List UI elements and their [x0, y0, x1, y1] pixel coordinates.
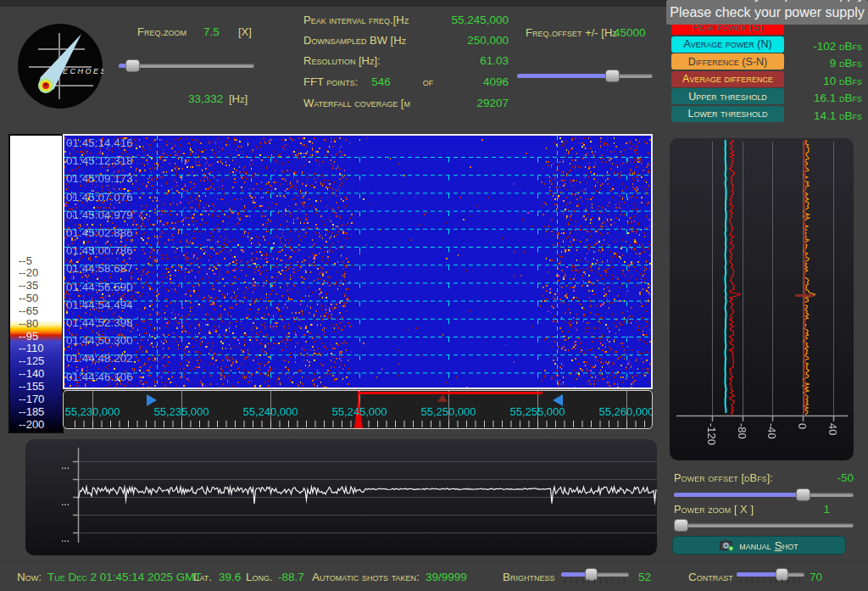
- power-supply-toast: Please check your power supply Please ch…: [666, 0, 868, 25]
- spectrum-y-label: ...: [61, 496, 70, 508]
- spectrum-plot-panel: .........: [25, 439, 657, 555]
- contrast-slider-ticks: [740, 579, 803, 583]
- scale-label: --185: [19, 405, 63, 418]
- freq-zoom-label: Freq.zoom: [137, 25, 186, 38]
- waterfall-coverage-value: 29207: [476, 97, 509, 109]
- waterfall-timestamps: 01:45:14.41601:45:12.31801:45:09.17301:4…: [64, 136, 651, 387]
- peak-interval-freq-label: Peak interval freq.[Hz: [303, 14, 409, 26]
- freq-span-value: 33,332: [188, 92, 223, 105]
- scale-label: --20: [19, 266, 63, 279]
- manual-shot-label-pre: manual: [739, 539, 774, 552]
- echoes-logo: ECHOES: [17, 23, 103, 109]
- status-table-values: -102 dBfs9 dBfs10 dBfs16.1 dBfs14.1 dBfs: [760, 19, 862, 125]
- now-value: Tue Dec 2 01:45:14 2025 GMT: [47, 571, 202, 583]
- toast-message: Please check your power supply: [666, 4, 868, 21]
- waterfall-timestamp: 01:44:48.202: [66, 352, 133, 365]
- ruler-frequency-label: 55,245,000: [321, 405, 398, 418]
- freq-span-unit: [Hz]: [229, 92, 248, 105]
- waterfall-timestamp: 01:45:09.173: [66, 172, 133, 185]
- peak-interval-freq-value: 55,245,000: [451, 14, 509, 26]
- scale-label: --95: [19, 330, 63, 343]
- power-zoom-label: Power zoom [ X ]: [674, 503, 754, 516]
- offset-upper-bound-marker[interactable]: [553, 394, 563, 406]
- fft-points-total-value: 4096: [483, 75, 509, 88]
- waterfall-timestamp: 01:45:14.416: [66, 137, 133, 149]
- freq-offset-slider[interactable]: [517, 70, 653, 82]
- scale-label: --5: [19, 254, 63, 267]
- freq-zoom-slider-handle[interactable]: [125, 59, 140, 72]
- power-offset-value: -50: [837, 471, 854, 484]
- waterfall-timestamp: 01:45:04.979: [66, 209, 133, 221]
- power-zoom-slider-track: [674, 523, 854, 527]
- freq-zoom-slider[interactable]: [119, 59, 254, 72]
- brightness-value: 52: [638, 571, 651, 583]
- info-row-downsampled-bw: Downsampled BW [Hz 250,000: [303, 34, 509, 47]
- status-table-value: 14.1 dBfs: [760, 109, 862, 122]
- power-zoom-slider[interactable]: [674, 519, 854, 532]
- signal-info-panel: Peak interval freq.[Hz 55,245,000 Downsa…: [303, 0, 509, 127]
- waterfall-coverage-label: Waterfall coverage [m: [303, 97, 410, 109]
- freq-offset-value: 45000: [614, 26, 646, 39]
- status-bar: Now: Tue Dec 2 01:45:14 2025 GMT Lat. 39…: [0, 561, 868, 591]
- scale-label: --200: [19, 418, 63, 431]
- brightness-label: Brightness: [503, 571, 555, 583]
- info-row-waterfall-coverage: Waterfall coverage [m 29207: [303, 97, 509, 109]
- waterfall-timestamp: 01:45:00.786: [66, 244, 133, 257]
- downsampled-bw-value: 250,000: [467, 34, 509, 47]
- ruler-frequency-label: 55,240,000: [232, 405, 309, 418]
- latitude-value: 39.6: [219, 571, 241, 583]
- ruler-frequency-label: 55,235,000: [143, 405, 220, 418]
- waterfall-timestamp: 01:45:02.886: [66, 226, 133, 239]
- downsampled-bw-label: Downsampled BW [Hz: [303, 34, 406, 47]
- info-row-fft-points: FFT points: 546 of 4096: [303, 75, 509, 88]
- power-offset-slider-fill: [674, 493, 803, 497]
- manual-shot-button[interactable]: manual Shot: [672, 536, 846, 555]
- echoes-logo-image: ECHOES: [17, 23, 103, 109]
- power-zoom-slider-handle[interactable]: [674, 519, 688, 532]
- scale-label: --35: [19, 279, 63, 292]
- info-row-peak-interval-freq: Peak interval freq.[Hz 55,245,000: [303, 14, 509, 26]
- status-table-value: 16.1 dBfs: [760, 92, 862, 104]
- freq-zoom-unit: [X]: [238, 25, 252, 38]
- contrast-value: 70: [810, 571, 822, 583]
- power-profile-canvas: [670, 138, 854, 460]
- freq-offset-label: Freq.offset +/- [Hz: [526, 26, 617, 39]
- status-table-value: 10 dBfs: [760, 75, 862, 87]
- frequency-ruler[interactable]: 55,230,00055,235,00055,240,00055,245,000…: [63, 390, 653, 429]
- power-axis-label: 40: [826, 423, 839, 435]
- power-offset-slider[interactable]: [674, 488, 854, 501]
- power-profile-panel: -120-80-40040: [670, 138, 854, 460]
- freq-offset-slider-handle[interactable]: [605, 70, 620, 82]
- scale-label: --65: [19, 304, 63, 317]
- echoes-main-window: ECHOES Freq.zoom 7.5 [X] 33,332 [Hz] Pea…: [0, 0, 868, 591]
- power-axis-label: -40: [765, 423, 778, 439]
- fft-points-used-value: 546: [371, 75, 391, 88]
- ruler-frequency-label: 55,250,000: [410, 405, 487, 418]
- toast-previous-line: Please check your power supply: [666, 0, 868, 3]
- power-offset-row: Power offset [dBfs]: -50: [674, 471, 854, 484]
- scale-label: --125: [19, 354, 63, 367]
- waterfall-timestamp: 01:45:07.076: [66, 191, 133, 204]
- waterfall-timestamp: 01:44:54.494: [66, 298, 133, 311]
- power-axis-label: -80: [736, 423, 748, 439]
- spectrum-y-label: ...: [61, 460, 70, 471]
- svg-text:ECHOES: ECHOES: [63, 67, 103, 75]
- auto-shots-value: 39/9999: [426, 571, 467, 583]
- power-offset-label: Power offset [dBfs]:: [674, 471, 773, 484]
- resolution-label: Resolution [Hz]:: [303, 54, 381, 67]
- waterfall-display[interactable]: 01:45:14.41601:45:12.31801:45:09.17301:4…: [63, 134, 653, 389]
- scale-label: --140: [19, 367, 63, 380]
- longitude-value: -88.7: [278, 571, 304, 583]
- longitude-label: Long.: [246, 571, 273, 583]
- ruler-frequency-label: 55,230,000: [63, 405, 131, 418]
- power-zoom-row: Power zoom [ X ] 1: [674, 503, 854, 516]
- manual-shot-label-key: S: [775, 539, 782, 552]
- scale-label: --170: [19, 393, 63, 405]
- offset-lower-bound-marker[interactable]: [147, 394, 157, 406]
- power-offset-slider-handle[interactable]: [796, 488, 810, 501]
- manual-shot-label: manual Shot: [739, 539, 798, 552]
- power-axis-label: -120: [705, 423, 718, 445]
- scale-label: --110: [19, 342, 63, 354]
- waterfall-timestamp: 01:44:52.398: [66, 316, 133, 329]
- power-axis-label: 0: [796, 423, 809, 429]
